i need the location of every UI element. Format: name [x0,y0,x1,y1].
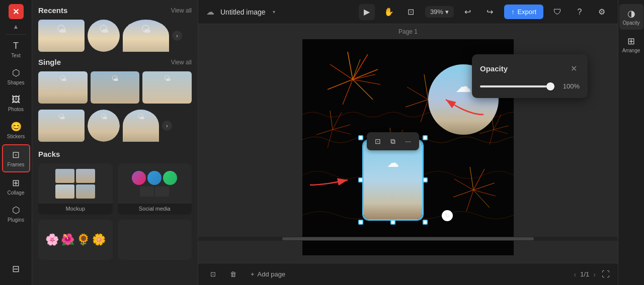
recents-view-all[interactable]: View all [171,7,192,14]
pack-sticker-2[interactable] [118,220,192,260]
pack-mini-1 [55,169,74,183]
arrange-icon: ⊞ [627,36,635,47]
single-grid [38,71,192,104]
rotate-handle[interactable]: ↻ [442,210,453,221]
select-tool-btn[interactable]: ▶ [359,4,375,20]
add-page-label: Add page [258,270,286,278]
single-thumb-4[interactable] [38,110,85,142]
recent-thumb-2[interactable] [88,20,120,52]
frame-tool-btn[interactable]: ⊡ [403,4,419,20]
single-next[interactable]: › [162,121,172,131]
pack-grid: Mockup [38,163,192,215]
tool-photos[interactable]: 🖼 Photos [2,90,30,116]
pack-mini-7 [135,241,154,255]
sticker-emoji-3: 🌻 [76,233,90,246]
shield-btn[interactable]: 🛡 [549,4,566,20]
ctx-btn-1[interactable]: ⊡ [371,134,385,148]
pack-mockup-label: Mockup [38,204,113,215]
tool-frames[interactable]: ⊡ Frames [2,144,30,172]
opacity-slider[interactable] [480,85,554,87]
scrollbar-thumb[interactable] [282,237,534,240]
pack-mini-6 [155,225,175,239]
pack-mini-2 [76,169,95,183]
red-arrow-1 [443,94,489,120]
plugins-label: Plugins [8,217,24,223]
zoom-value: 39% [430,8,443,16]
recent-thumb-3[interactable] [123,20,169,52]
sticker-emoji-2: 🌺 [61,233,74,246]
single-thumb-6[interactable] [123,110,159,142]
doc-title[interactable]: Untitled image [220,8,266,16]
tool-extra[interactable]: ⊟ [2,259,30,280]
pack-sticker-1[interactable]: 🌸 🌺 🌻 🌼 [38,220,113,260]
tool-text[interactable]: T Text [2,37,30,62]
fullscreen-btn[interactable]: ⛶ [602,270,610,279]
phone-frame-content [364,141,422,219]
single-thumb-2[interactable] [91,71,140,104]
social-frame-2 [155,186,169,197]
page-next-btn[interactable]: › [593,270,596,278]
canvas-area[interactable]: Page 1 [198,24,618,263]
export-label: Export [517,8,536,16]
opacity-icon: ◑ [627,8,635,19]
bottom-toolbar: ⊡ 🗑 + Add page ‹ 1/1 › ⛶ [198,263,618,285]
panel-arrange[interactable]: ⊞ Arrange [619,32,643,57]
opacity-label: Opacity [623,20,640,26]
single-view-all[interactable]: View all [171,59,192,66]
photos-icon: 🖼 [12,94,21,105]
single-header: Single View all [38,58,192,66]
single-thumb-1[interactable] [38,71,88,104]
canvas-scrollbar[interactable] [198,237,618,241]
app-logo[interactable]: ✕ [9,4,24,19]
social-icon-2 [147,171,162,185]
text-icon: T [13,41,19,51]
opacity-header: Opacity ✕ [480,62,580,74]
pack-mini-4 [76,184,95,199]
photos-label: Photos [8,107,24,112]
tool-stickers[interactable]: 😊 Stickers [2,117,30,143]
pack-mockup[interactable]: Mockup [38,163,113,215]
social-frame-1 [140,186,154,197]
tool-collage[interactable]: ⊞ Collage [2,173,30,200]
add-page-btn[interactable]: + Add page [247,268,289,280]
text-label: Text [11,53,20,58]
export-icon: ↑ [511,8,515,16]
ctx-btn-more[interactable]: ··· [401,134,415,148]
tool-plugins[interactable]: ⬡ Plugins [2,201,30,227]
phone-frame-element[interactable] [363,140,423,220]
single-thumb-5[interactable] [88,110,120,142]
top-toolbar: ☁ Untitled image ▾ ▶ ✋ ⊡ 39% ▾ ↩ ↪ ↑ Exp… [198,0,618,24]
sidebar-collapse[interactable]: ▲ [13,23,19,30]
opacity-close-btn[interactable]: ✕ [568,62,580,74]
tool-shapes[interactable]: ⬡ Shapes [2,63,30,89]
recents-header: Recents View all [38,6,192,15]
redo-btn[interactable]: ↪ [482,4,498,20]
right-panel: ◑ Opacity ⊞ Arrange [618,0,644,285]
help-btn[interactable]: ? [572,4,588,20]
hand-tool-btn[interactable]: ✋ [381,4,397,20]
elements-sidebar: Recents View all › Single View all [32,0,198,285]
title-chevron: ▾ [273,9,275,15]
collage-icon: ⊞ [12,177,20,188]
export-btn[interactable]: ↑ Export [504,5,543,19]
recents-next[interactable]: › [172,31,182,41]
frames-btn[interactable]: ⊡ [206,268,220,280]
opacity-slider-row: 100% [480,82,580,90]
pack-social[interactable]: Social media [118,163,192,215]
context-toolbar[interactable]: ⊡ ⧉ ··· [367,132,419,150]
shapes-label: Shapes [8,80,25,85]
zoom-chevron: ▾ [445,8,449,16]
recent-thumb-1[interactable] [38,20,85,52]
page-indicator: 1/1 [580,270,589,278]
packs-title: Packs [38,150,60,158]
panel-opacity[interactable]: ◑ Opacity [619,4,643,30]
single-thumb-3[interactable] [142,71,192,104]
packs-section: Packs Mockup [38,150,192,260]
sticker-preview-2 [118,220,192,260]
ctx-btn-2[interactable]: ⧉ [386,134,400,148]
zoom-control[interactable]: 39% ▾ [425,6,454,18]
settings-btn[interactable]: ⚙ [594,4,610,20]
delete-btn[interactable]: 🗑 [226,268,240,280]
page-prev-btn[interactable]: ‹ [574,270,577,278]
undo-btn[interactable]: ↩ [460,4,476,20]
